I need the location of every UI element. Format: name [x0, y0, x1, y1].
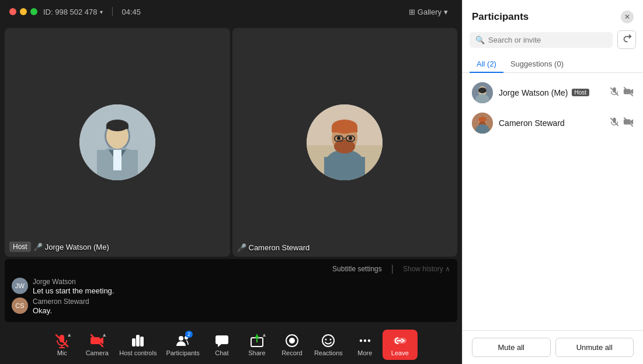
cameron-sidebar-avatar: [472, 113, 493, 134]
leave-icon: [392, 333, 408, 348]
unmute-all-button[interactable]: Unmute all: [555, 338, 634, 357]
jorge-cam-icon: [623, 86, 634, 99]
jorge-tile-name: Jorge Watson (Me): [45, 243, 109, 251]
host-controls-icon: [130, 333, 145, 348]
host-controls-button[interactable]: Host controls: [114, 331, 161, 359]
participants-icon: 2: [175, 333, 190, 348]
reactions-button[interactable]: Reactions: [310, 331, 347, 359]
mute-icon-jorge: 🎤: [33, 243, 43, 251]
cameron-status-icons: [609, 117, 634, 130]
record-icon: [284, 333, 300, 348]
participant-row-cameron[interactable]: Cameron Steward: [463, 108, 643, 138]
participant-row-jorge[interactable]: Jorge Watson (Me) Host: [463, 78, 643, 108]
meeting-id-chevron-icon: ▾: [100, 9, 103, 15]
svg-rect-5: [113, 150, 121, 170]
svg-point-21: [349, 136, 352, 140]
bottom-toolbar: ▲ Mic ▲ Camera: [0, 324, 462, 364]
cameron-transcript-name: Cameron Steward: [33, 298, 89, 306]
svg-rect-31: [140, 337, 144, 346]
jorge-avatar: [79, 104, 155, 180]
tab-all[interactable]: All (2): [470, 56, 503, 73]
mic-caret-icon[interactable]: ▲: [67, 332, 72, 338]
cameron-tile-name: Cameron Steward: [249, 243, 310, 252]
minimize-window-button[interactable]: [20, 8, 27, 15]
more-button[interactable]: More: [347, 331, 383, 359]
svg-rect-29: [136, 335, 140, 346]
share-caret-icon[interactable]: ▲: [262, 332, 267, 338]
chat-label: Chat: [215, 349, 228, 356]
svg-point-45: [364, 340, 366, 342]
sidebar-footer: Mute all Unmute all: [463, 330, 643, 364]
leave-button[interactable]: Leave: [383, 330, 418, 360]
participants-button[interactable]: 2 Participants: [161, 331, 204, 359]
leave-label: Leave: [391, 349, 409, 356]
history-chevron-icon: ∧: [445, 265, 450, 273]
jorge-sidebar-avatar: [472, 82, 493, 103]
svg-rect-66: [624, 119, 631, 124]
svg-rect-56: [624, 89, 631, 94]
sidebar-header: Participants ✕: [463, 0, 643, 30]
more-label: More: [357, 349, 372, 356]
close-sidebar-button[interactable]: ✕: [621, 10, 634, 23]
sidebar-title: Participants: [472, 11, 529, 23]
svg-rect-30: [132, 338, 135, 346]
host-badge: Host: [9, 242, 31, 252]
chat-button[interactable]: Chat: [204, 331, 239, 359]
transcript-line-jorge: JW Jorge Watson Let us start the meeting…: [12, 278, 450, 295]
participants-label: Participants: [166, 349, 199, 356]
jorge-transcript-msg: Let us start the meeting.: [33, 286, 114, 295]
mic-button[interactable]: ▲ Mic: [44, 331, 79, 359]
svg-point-40: [289, 338, 295, 344]
camera-icon: ▲: [89, 333, 105, 348]
svg-point-20: [337, 136, 340, 140]
share-label: Share: [248, 349, 265, 356]
svg-marker-35: [218, 344, 221, 347]
gallery-icon: ⊞: [409, 8, 415, 16]
cameron-transcript-msg: Okay.: [33, 306, 89, 315]
jorge-mute-icon: [609, 86, 620, 99]
traffic-lights: [9, 8, 37, 15]
jorge-host-badge: Host: [572, 89, 590, 96]
cameron-transcript-avatar: CS: [12, 298, 28, 314]
close-window-button[interactable]: [9, 8, 16, 15]
svg-point-42: [325, 339, 327, 341]
svg-point-51: [478, 88, 486, 93]
svg-point-43: [330, 339, 332, 341]
svg-rect-64: [613, 117, 616, 123]
record-button[interactable]: Record: [274, 331, 310, 359]
svg-point-41: [322, 335, 334, 346]
mic-label: Mic: [57, 349, 67, 356]
search-input[interactable]: [488, 36, 607, 44]
view-toggle-button[interactable]: ⊞ Gallery ▾: [404, 5, 453, 19]
share-invite-button[interactable]: [617, 30, 636, 49]
chat-icon: [214, 333, 230, 348]
view-chevron-icon: ▾: [444, 8, 448, 16]
top-bar: ID: 998 502 478 ▾ 04:45 ⊞ Gallery ▾: [0, 0, 462, 23]
cameron-sidebar-name: Cameron Steward: [499, 118, 603, 128]
host-controls-label: Host controls: [119, 349, 157, 356]
camera-button[interactable]: ▲ Camera: [79, 331, 114, 359]
svg-point-32: [179, 336, 183, 341]
participants-sidebar: Participants ✕ 🔍 All (2) Suggestions (0): [462, 0, 643, 364]
mic-icon: ▲: [54, 333, 69, 348]
share-button[interactable]: ▲ Share: [239, 331, 274, 359]
cameron-tile-label: 🎤 Cameron Steward: [237, 243, 310, 252]
search-box: 🔍: [470, 32, 613, 48]
jorge-tile-label: Host 🎤 Jorge Watson (Me): [9, 242, 109, 252]
maximize-window-button[interactable]: [30, 8, 37, 15]
subtitle-settings-link[interactable]: Subtitle settings: [332, 265, 382, 273]
show-history-link[interactable]: Show history ∧: [403, 265, 450, 273]
cameron-info: Cameron Steward: [499, 118, 603, 128]
svg-rect-8: [106, 125, 128, 129]
camera-caret-icon[interactable]: ▲: [102, 332, 107, 338]
share-icon: ▲: [249, 333, 265, 348]
jorge-transcript-name: Jorge Watson: [33, 278, 114, 286]
meeting-id[interactable]: ID: 998 502 478 ▾: [43, 8, 103, 16]
mute-all-button[interactable]: Mute all: [472, 338, 551, 357]
divider: [112, 7, 113, 16]
tab-suggestions[interactable]: Suggestions (0): [503, 56, 571, 73]
video-tile-jorge: Host 🎤 Jorge Watson (Me): [5, 28, 230, 257]
meeting-timer: 04:45: [122, 8, 141, 16]
transcript-line-cameron: CS Cameron Steward Okay.: [12, 298, 450, 315]
svg-rect-23: [60, 335, 64, 342]
